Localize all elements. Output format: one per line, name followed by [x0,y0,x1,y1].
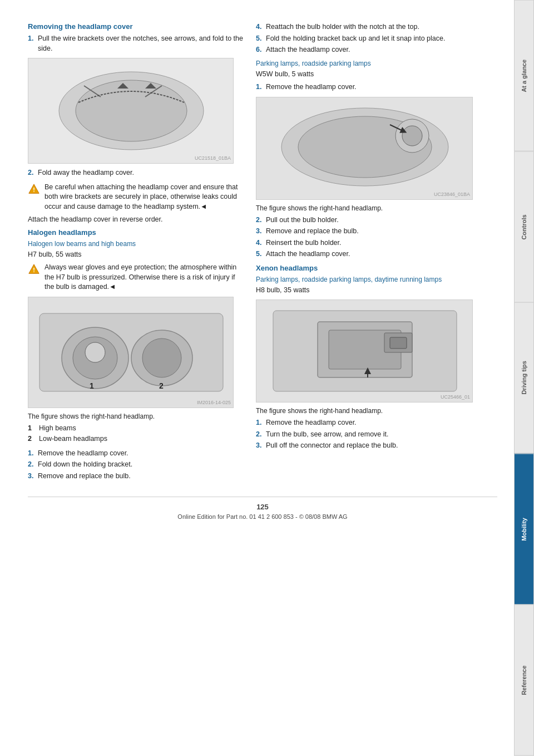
xstep-text-3: Pull off the connector and replace the b… [266,441,398,449]
step-num-2: 2. [28,168,33,178]
bold-text-1: High beams [39,424,76,432]
halogen-lowbeam-title: Halogen low beams and high beams [28,240,245,248]
parking-step-3: 3. Remove and replace the bulb. [256,227,497,237]
xstep-num-2: 2. [256,430,261,440]
bold-item-1: 1 High beams [28,424,245,434]
svg-point-15 [85,342,105,362]
step-2-list: 2. Fold away the headlamp cover. [28,168,245,178]
warning-2-text: Always wear gloves and eye protection; t… [44,263,245,292]
halogen-headlamps-title: Halogen headlamps [28,228,245,237]
xstep-text-2: Turn the bulb, see arrow, and remove it. [266,430,388,438]
xenon-step-1: 1. Remove the headlamp cover. [256,418,497,428]
removing-steps: 1. Pull the wire brackets over the notch… [28,34,245,53]
tab-driving-tips[interactable]: Driving tips [514,302,534,454]
xstep-text-1: Remove the headlamp cover. [266,419,357,426]
two-column-layout: Removing the headlamp cover 1. Pull the … [28,22,497,485]
w5w-spec: W5W bulb, 5 watts [256,70,497,80]
bold-text-2: Low-beam headlamps [39,435,107,443]
tab-mobility[interactable]: Mobility [514,454,534,605]
bold-num-2: 2 [28,434,32,444]
tab-controls[interactable]: Controls [514,151,534,303]
pstep-text-5: Attach the headlamp cover. [266,250,350,258]
img3-watermark: UC23846_01BA [434,192,470,197]
page-wrapper: At a glance Controls Driving tips Mobili… [0,0,534,756]
xstep-num-3: 3. [256,441,261,451]
svg-point-17 [142,338,181,377]
img2-watermark: IM2016-14-025 [197,400,231,405]
step-1: 1. Pull the wire brackets over the notch… [28,34,245,53]
bold-labels-list: 1 High beams 2 Low-beam headlamps [28,424,245,444]
step-1-text: Pull the wire brackets over the notches,… [38,35,243,52]
page-footer: 125 Online Edition for Part no. 01 41 2 … [28,497,497,520]
parking-lamp-svg [256,97,472,200]
svg-text:1: 1 [90,381,94,390]
img1-watermark: UC21518_01BA [195,155,231,161]
halogen-headlamp-image: 1 2 IM2016-14-025 [28,297,234,408]
parking-step-4: 4. Reinsert the bulb holder. [256,238,497,248]
right-column: 4. Reattach the bulb holder with the not… [256,22,497,485]
tab-reference[interactable]: Reference [514,605,534,756]
svg-point-2 [76,80,187,141]
halogen-steps: 1. Remove the headlamp cover. 2. Fold do… [28,449,245,482]
halogen-step-2: 2. Fold down the holding bracket. [28,460,245,470]
halogen-figure-caption: The figure shows the right-hand headlamp… [28,413,245,420]
h8-spec: H8 bulb, 35 watts [256,286,497,296]
parking-step-1: 1. Remove the headlamp cover. [256,82,497,92]
parking-lamp-image: UC23846_01BA [256,97,473,200]
pstep-num-1: 1. [256,82,261,92]
right-tabs: At a glance Controls Driving tips Mobili… [514,0,534,756]
step-num-1: 1. [28,34,33,44]
parking-lamps-halogen-title: Parking lamps, roadside parking lamps [256,60,497,67]
pstep-num-5: 5. [256,249,261,259]
cstep-num-4: 4. [256,22,261,32]
svg-text:2: 2 [159,381,164,390]
warning-icon-1: ! [28,183,40,195]
warning-box-1: ! Be careful when attaching the headlamp… [28,183,245,212]
headlamp-cover-svg [28,58,233,164]
pstep-num-2: 2. [256,215,261,225]
left-column: Removing the headlamp cover 1. Pull the … [28,22,245,485]
step-2-text: Fold away the headlamp cover. [38,169,134,176]
img4-watermark: UC25466_01 [441,394,470,400]
hstep-text-3: Remove and replace the bulb. [38,472,131,480]
xenon-headlamps-title: Xenon headlamps [256,264,497,272]
xenon-steps: 1. Remove the headlamp cover. 2. Turn th… [256,418,497,451]
xstep-num-1: 1. [256,418,261,428]
warning-icon-2: ! [28,263,40,276]
hstep-text-2: Fold down the holding bracket. [38,460,132,468]
attach-text: Attach the headlamp cover in reverse ord… [28,215,245,225]
parking-step-2: 2. Pull out the bulb holder. [256,215,497,225]
svg-text:!: ! [33,186,35,193]
main-content: Removing the headlamp cover 1. Pull the … [0,0,514,756]
xenon-lamp-svg [256,300,472,402]
headlamp-cover-image: UC21518_01BA [28,58,234,164]
hstep-text-1: Remove the headlamp cover. [38,449,128,457]
hstep-num-1: 1. [28,449,33,459]
cstep-text-4: Reattach the bulb holder with the notch … [266,23,419,31]
svg-text:!: ! [33,267,35,273]
parking-figure-caption: The figure shows the right-hand headlamp… [256,204,497,212]
parking-step-1-list: 1. Remove the headlamp cover. [256,82,497,92]
hstep-num-2: 2. [28,460,33,470]
parking-steps-2-5: 2. Pull out the bulb holder. 3. Remove a… [256,215,497,259]
halogen-step-3: 3. Remove and replace the bulb. [28,472,245,482]
h7-spec: H7 bulb, 55 watts [28,250,245,260]
cstep-text-5: Fold the holding bracket back up and let… [266,35,445,42]
bold-item-2: 2 Low-beam headlamps [28,434,245,444]
pstep-text-3: Remove and replace the bulb. [266,227,359,235]
tab-at-a-glance[interactable]: At a glance [514,0,534,151]
pstep-num-3: 3. [256,227,261,237]
cstep-num-5: 5. [256,34,261,44]
hstep-num-3: 3. [28,472,33,482]
xenon-figure-caption: The figure shows the right-hand headlamp… [256,407,497,415]
halogen-headlamp-svg: 1 2 [28,297,233,408]
warning-box-2: ! Always wear gloves and eye protection;… [28,263,245,292]
cont-step-5: 5. Fold the holding bracket back up and … [256,34,497,44]
cstep-text-6: Attach the headlamp cover. [266,46,350,53]
cstep-num-6: 6. [256,45,261,55]
pstep-text-1: Remove the headlamp cover. [266,83,357,91]
warning-1-text: Be careful when attaching the headlamp c… [44,183,245,212]
pstep-num-4: 4. [256,238,261,248]
pstep-text-4: Reinsert the bulb holder. [266,239,342,247]
xenon-step-3: 3. Pull off the connector and replace th… [256,441,497,451]
